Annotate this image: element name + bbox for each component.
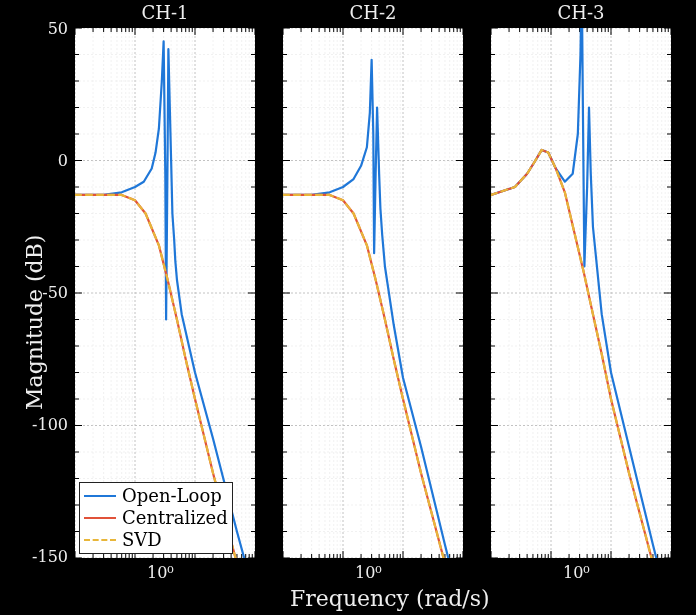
chart-panel-3	[491, 28, 671, 558]
chart-panel-1: Open-Loop Centralized SVD	[75, 28, 255, 558]
legend: Open-Loop Centralized SVD	[79, 482, 233, 554]
legend-label: SVD	[122, 529, 162, 551]
y-tick-label: -100	[28, 415, 68, 434]
legend-swatch	[84, 510, 116, 526]
y-tick-label: 50	[28, 19, 68, 38]
legend-item: Open-Loop	[84, 485, 228, 507]
chart-panel-2	[283, 28, 463, 558]
legend-label: Open-Loop	[122, 485, 222, 507]
x-tick-label: 10⁰	[147, 563, 174, 582]
chart-svg	[283, 28, 463, 558]
x-tick-label: 10⁰	[563, 563, 590, 582]
legend-label: Centralized	[122, 507, 228, 529]
y-tick-label: -50	[28, 283, 68, 302]
legend-swatch	[84, 488, 116, 504]
chart-svg	[75, 28, 255, 558]
y-tick-label: 0	[28, 151, 68, 170]
y-tick-label: -150	[28, 547, 68, 566]
panel-title: CH-1	[125, 2, 205, 23]
x-axis-label: Frequency (rad/s)	[290, 586, 490, 611]
figure: Magnitude (dB) 50 0 -50 -100 -150 CH-1 C…	[0, 0, 696, 615]
panel-title: CH-3	[541, 2, 621, 23]
x-tick-label: 10⁰	[355, 563, 382, 582]
legend-swatch	[84, 532, 116, 548]
panel-title: CH-2	[333, 2, 413, 23]
legend-item: Centralized	[84, 507, 228, 529]
chart-svg	[491, 28, 671, 558]
y-axis-label: Magnitude (dB)	[22, 235, 47, 410]
legend-item: SVD	[84, 529, 228, 551]
